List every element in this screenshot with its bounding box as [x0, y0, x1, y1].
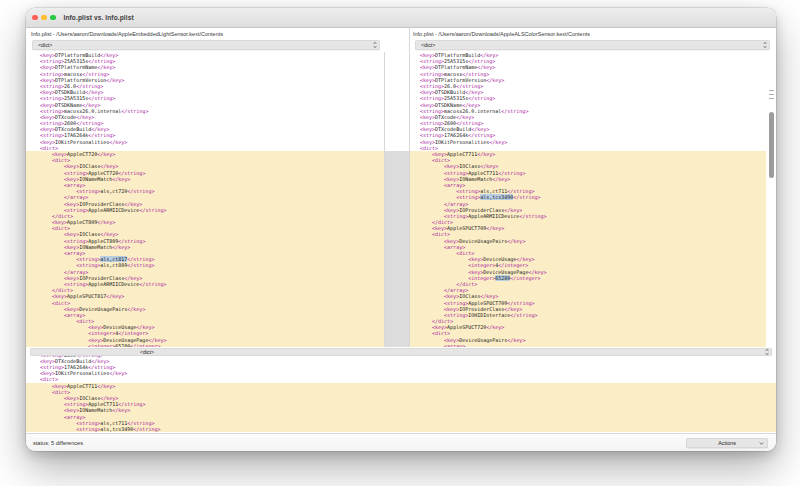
stepper-icon [765, 348, 769, 356]
right-scrollbar[interactable] [766, 52, 776, 347]
scrollbar-diff-mark [769, 94, 774, 95]
diff-selection: als,ct817 [100, 256, 127, 262]
status-bar: status: 5 differences Actions [26, 433, 776, 451]
diff-connector [384, 151, 409, 347]
merge-scope-label: <dict> [140, 349, 154, 355]
left-code-pane[interactable]: <key>DTPlatformBuild</key><string>25A531… [26, 52, 384, 347]
scrollbar-diff-mark [769, 98, 774, 99]
minimize-button-icon[interactable] [41, 15, 47, 21]
merge-scope-popup[interactable]: <dict> [30, 348, 772, 356]
traffic-lights [32, 15, 56, 21]
diff-gutter [384, 52, 409, 347]
right-code-pane[interactable]: <key>DTPlatformBuild</key><string>25A531… [409, 52, 766, 347]
merge-code-pane[interactable]: <string>2600</string><key>DTXcodeBuild</… [26, 356, 776, 433]
pane-divider [409, 27, 410, 347]
left-scope-label: <dict> [38, 42, 52, 48]
merge-header-bar: <dict> [26, 347, 776, 356]
left-scope-popup[interactable]: <dict> [32, 40, 380, 50]
right-scope-label: <dict> [421, 42, 435, 48]
actions-label: Actions [718, 440, 736, 446]
status-text: status: 5 differences [33, 440, 83, 446]
left-file-path: Info.plist - /Users/aaron/Downloads/Appl… [31, 31, 223, 37]
right-file-path: Info.plist - /Users/aaron/Downloads/Appl… [413, 31, 590, 37]
pane-divider [384, 52, 385, 347]
close-button-icon[interactable] [32, 15, 38, 21]
chevron-down-icon [759, 441, 764, 446]
scrollbar-diff-mark [769, 90, 774, 91]
stepper-icon [373, 41, 377, 49]
right-scope-popup[interactable]: <dict> [415, 40, 770, 50]
zoom-button-icon[interactable] [50, 15, 56, 21]
app-window: Info.plist vs. Info.plist Info.plist - /… [26, 8, 776, 451]
code-line: <string>als,tcs3490</string> [26, 426, 776, 432]
diff-selection: als,tcs3490 [480, 194, 513, 200]
diff-selection: 65280 [495, 275, 510, 281]
stepper-icon [763, 41, 767, 49]
scrollbar-thumb[interactable] [769, 112, 774, 178]
titlebar[interactable]: Info.plist vs. Info.plist [26, 8, 776, 28]
actions-popup[interactable]: Actions [686, 438, 768, 448]
window-title: Info.plist vs. Info.plist [64, 14, 134, 21]
